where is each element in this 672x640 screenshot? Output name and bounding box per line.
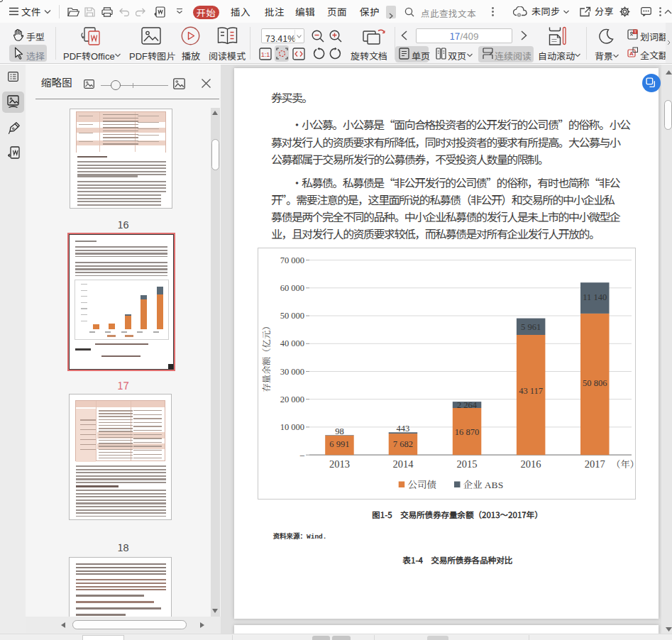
svg-text:70 000: 70 000: [280, 253, 304, 266]
svg-text:43 117: 43 117: [519, 384, 543, 397]
svg-text:11 140: 11 140: [583, 290, 607, 303]
svg-text:2013: 2013: [329, 456, 350, 470]
svg-text:10 000: 10 000: [280, 420, 304, 433]
svg-text:50 000: 50 000: [280, 309, 304, 321]
svg-text:公司债: 公司债: [408, 477, 437, 491]
svg-text:98: 98: [335, 424, 344, 437]
svg-text:–: –: [299, 448, 305, 460]
svg-text:60 000: 60 000: [280, 281, 304, 294]
svg-text:30 000: 30 000: [280, 365, 304, 377]
svg-text:2015: 2015: [457, 456, 478, 470]
svg-text:6 991: 6 991: [329, 437, 349, 450]
svg-text:2017: 2017: [585, 456, 605, 470]
svg-text:40 000: 40 000: [280, 336, 304, 349]
svg-text:2 264: 2 264: [457, 398, 478, 411]
svg-text:企业 ABS: 企业 ABS: [463, 477, 504, 491]
svg-text:2014: 2014: [392, 456, 414, 470]
svg-text:5 961: 5 961: [521, 320, 541, 333]
svg-text:1:1: 1:1: [261, 51, 270, 58]
svg-text:16 870: 16 870: [455, 425, 479, 438]
svg-text:50 806: 50 806: [583, 376, 607, 389]
svg-text:7 682: 7 682: [393, 437, 413, 450]
svg-text:（年）: （年）: [611, 457, 636, 470]
svg-text:443: 443: [397, 421, 410, 434]
svg-text:2016: 2016: [521, 456, 541, 470]
svg-text:20 000: 20 000: [280, 392, 304, 405]
svg-text:存量余额（亿元）: 存量余额（亿元）: [260, 321, 272, 392]
